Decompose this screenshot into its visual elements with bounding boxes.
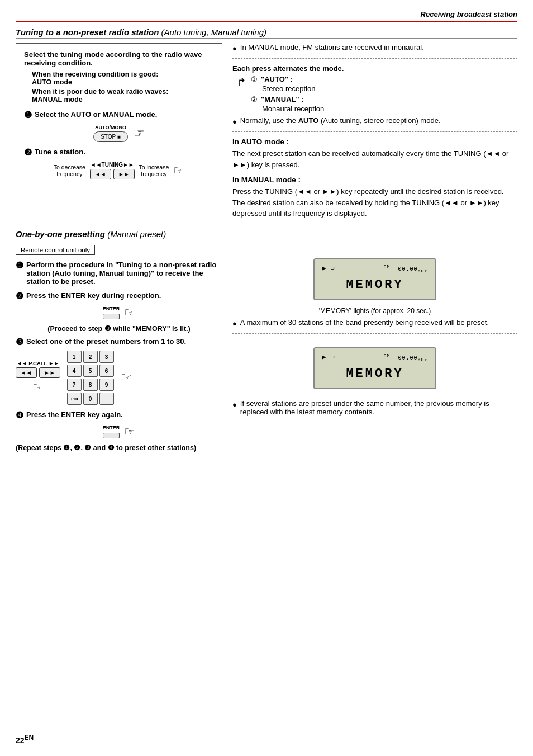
- pcall-label: ◄◄ P.CALL ►►: [16, 360, 60, 366]
- auto-mode-text: The next preset station can be received …: [232, 148, 517, 170]
- manual-mode-text: Press the TUNING (◄◄ or ►►) key repeated…: [232, 186, 517, 219]
- lcd1-caption: 'MEMORY' lights (for approx. 20 sec.): [232, 307, 517, 315]
- divider-2: [232, 131, 517, 132]
- hand-icon-5: ☞: [121, 370, 132, 385]
- step1-number: ❶: [24, 110, 32, 120]
- section1-title-main: Tuning to a non-preset radio station: [16, 27, 159, 37]
- s2-step4-num: ❹: [16, 410, 23, 420]
- section1-intro: Select the tuning mode according to the …: [24, 50, 214, 67]
- s2-step2-text: Press the ENTER key during reception.: [26, 291, 161, 300]
- enter-label-2: ENTER: [103, 425, 120, 431]
- section1-title-sub: (Auto tuning, Manual tuning): [161, 27, 266, 37]
- manual-mode-title: In MANUAL mode :: [232, 176, 517, 184]
- enter-label: ENTER: [103, 306, 120, 311]
- s2-step3-row: ❸ Select one of the preset numbers from …: [16, 337, 222, 347]
- key-7: 7: [67, 379, 82, 391]
- auto-mono-diagram: AUTO/MONO STOP ■ ☞: [24, 125, 214, 142]
- divider-3: [232, 333, 517, 334]
- step2-number: ❷: [24, 148, 32, 158]
- s2-step4-text: Press the ENTER key again.: [26, 410, 123, 419]
- numpad-area: ◄◄ P.CALL ►► ◄◄ ►► ☞ 1 2 3 4 5 6 7 8: [16, 351, 222, 405]
- hand-icon-4: ☞: [16, 380, 60, 395]
- proceed-note: (Proceed to step ❸ while "MEMORY" is lit…: [16, 324, 222, 333]
- mode2-desc: Monaural reception: [262, 105, 324, 113]
- enter-btn-diagram: ENTER ☞: [16, 305, 222, 320]
- s2-step1-row: ❶ Perform the procedure in "Tuning to a …: [16, 261, 222, 286]
- enter-btn-diagram-2: ENTER ☞: [16, 424, 222, 439]
- replace-note: ● If several stations are preset under t…: [232, 399, 517, 416]
- divider-1: [232, 58, 517, 59]
- condition1: When the receiving condition is good: AU…: [32, 70, 214, 86]
- section2-title: One-by-one presetting (Manual preset): [16, 229, 517, 240]
- section2-title-sub: (Manual preset): [107, 229, 166, 239]
- pcall-btn-right: ►►: [39, 367, 60, 378]
- pcall-btn-left: ◄◄: [16, 367, 37, 378]
- lcd-display-1: ▶ ⊃ FM¦ 00.00MHz MEMORY: [313, 258, 436, 300]
- step1-text: Select the AUTO or MANUAL mode.: [35, 110, 157, 119]
- hand-icon-6: ☞: [124, 424, 135, 439]
- key-8: 8: [83, 379, 98, 391]
- mode1-item: ① "AUTO" :: [251, 75, 324, 83]
- hand-icon-3: ☞: [124, 305, 135, 320]
- s2-step2-num: ❷: [16, 291, 23, 301]
- tuning-diagram: To decreasefrequency ◄◄TUNING►► ◄◄ ►► To…: [24, 162, 214, 179]
- s2-step1-text: Perform the procedure in "Tuning to a no…: [26, 261, 222, 286]
- key-3: 3: [99, 351, 114, 363]
- key-5: 5: [83, 365, 98, 377]
- section2-title-main: One-by-one presetting: [16, 229, 105, 239]
- hand-icon-1: ☞: [134, 126, 145, 140]
- key-4: 4: [67, 365, 82, 377]
- enter-btn-visual-2: [103, 433, 120, 438]
- s2-step4-row: ❹ Press the ENTER key again.: [16, 410, 222, 420]
- section1-title: Tuning to a non-preset radio station (Au…: [16, 27, 517, 39]
- lcd-display-2: ▶ ⊃ FM¦ 00.00MHz MEMORY: [313, 347, 436, 389]
- max-stations-note: ● A maximum of 30 stations of the band p…: [232, 318, 517, 328]
- key-2: 2: [83, 351, 98, 363]
- condition2: When it is poor due to weak radio waves:…: [32, 88, 214, 103]
- manual-note: ● In MANUAL mode, FM stations are receiv…: [232, 43, 517, 53]
- s2-step2-row: ❷ Press the ENTER key during reception.: [16, 291, 222, 301]
- stop-button-diagram: STOP ■: [93, 131, 128, 142]
- press-alt-title: Each press alternates the mode.: [232, 64, 517, 73]
- s2-step1-num: ❶: [16, 261, 23, 271]
- hand-icon-2: ☞: [173, 163, 184, 178]
- normally-note: ● Normally, use the AUTO (Auto tuning, s…: [232, 116, 517, 126]
- mode2-item: ② "MANUAL" :: [251, 95, 324, 103]
- step2-text: Tune a station.: [35, 148, 85, 156]
- s2-step3-text: Select one of the preset numbers from 1 …: [26, 337, 186, 346]
- decrease-label: To decreasefrequency: [54, 164, 85, 177]
- auto-mode-title: In AUTO mode :: [232, 138, 517, 146]
- numpad-grid: 1 2 3 4 5 6 7 8 9 +10 0: [67, 351, 114, 405]
- page-number: 22EN: [16, 734, 34, 745]
- s2-step3-num: ❸: [16, 337, 23, 347]
- key-6: 6: [99, 365, 114, 377]
- key-1: 1: [67, 351, 82, 363]
- key-blank: [99, 393, 114, 405]
- repeat-note: (Repeat steps ❶, ❷, ❸ and ❹ to preset ot…: [16, 443, 222, 452]
- remote-badge: Remote control unit only: [16, 245, 95, 255]
- key-9: 9: [99, 379, 114, 391]
- tuning-btn-right: ►►: [113, 169, 135, 179]
- tuning-label: ◄◄TUNING►►: [91, 162, 134, 168]
- key-10: +10: [67, 393, 82, 405]
- auto-mono-label: AUTO/MONO: [95, 125, 126, 130]
- mode1-desc: Stereo reception: [262, 84, 324, 93]
- key-0: 0: [83, 393, 98, 405]
- enter-btn-visual: [103, 314, 120, 319]
- tuning-btn-left: ◄◄: [90, 169, 111, 179]
- page-header: Receiving broadcast station: [16, 10, 517, 22]
- increase-label: To increasefrequency: [139, 164, 169, 177]
